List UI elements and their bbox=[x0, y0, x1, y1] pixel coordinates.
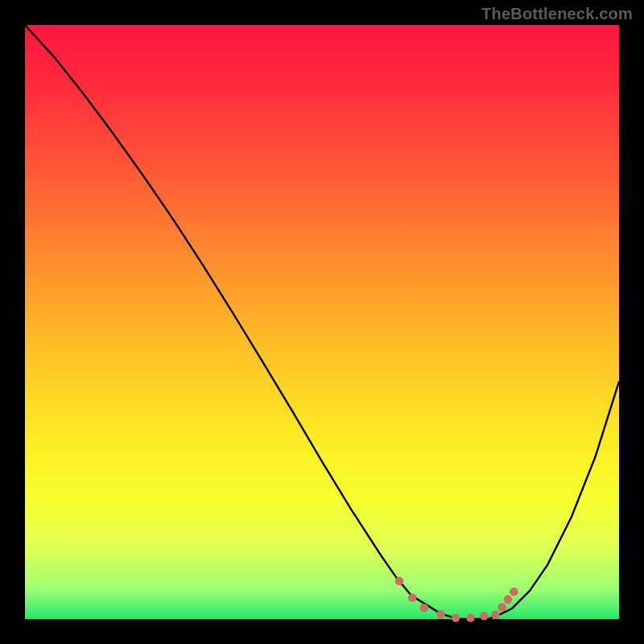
curve-marker bbox=[510, 588, 518, 597]
curve-marker bbox=[466, 613, 475, 622]
curve-marker bbox=[420, 604, 429, 613]
chart-overlay bbox=[25, 25, 619, 619]
curve-marker bbox=[480, 612, 489, 621]
curve-marker bbox=[452, 613, 460, 622]
curve-marker bbox=[504, 595, 513, 604]
curve-marker bbox=[408, 593, 417, 602]
watermark-text: TheBottleneck.com bbox=[481, 5, 633, 23]
curve-marker bbox=[497, 603, 506, 612]
curve-markers bbox=[395, 576, 518, 621]
curve-marker bbox=[395, 576, 404, 585]
bottleneck-curve bbox=[25, 25, 619, 619]
curve-marker bbox=[491, 611, 500, 620]
curve-marker bbox=[436, 610, 445, 619]
